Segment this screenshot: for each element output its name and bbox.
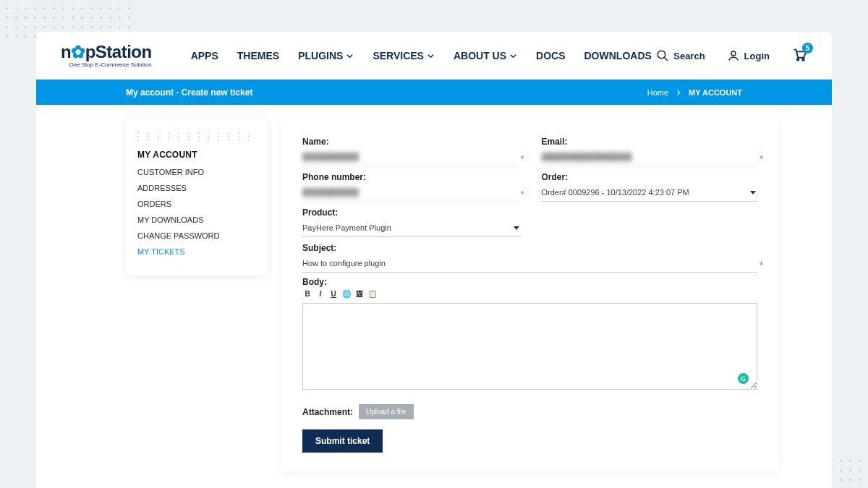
nav-downloads[interactable]: DOWNLOADS	[584, 50, 652, 61]
subject-field-group: Subject: *	[302, 243, 757, 273]
required-icon: *	[521, 154, 524, 164]
image-icon[interactable]: 🖼	[354, 288, 365, 299]
attachment-label: Attachment:	[302, 407, 353, 417]
svg-point-3	[797, 59, 799, 61]
nav-plugins-label: PLUGINS	[298, 50, 343, 61]
main-panel: Name: * Email: * Phone number: * Order	[281, 119, 779, 471]
logo-icon: ✿	[71, 42, 85, 61]
underline-button[interactable]: U	[328, 288, 339, 299]
svg-point-2	[731, 51, 736, 56]
sidebar-item-downloads[interactable]: MY DOWNLOADS	[137, 212, 256, 228]
upload-button[interactable]: Upload a file	[359, 404, 414, 419]
nav-themes[interactable]: THEMES	[237, 50, 279, 61]
sidebar-item-tickets[interactable]: MY TICKETS	[137, 244, 256, 260]
sidebar-decorative-dots	[137, 132, 256, 141]
link-icon[interactable]: 🌐	[341, 288, 352, 299]
logo-tagline: One Stop E-Commerce Solution	[69, 62, 151, 68]
user-icon	[727, 49, 740, 62]
order-label: Order:	[542, 172, 758, 182]
product-select[interactable]: PayHere Payment Plugin	[302, 221, 521, 237]
breadcrumb: Home MY ACCOUNT	[647, 88, 742, 97]
name-input[interactable]	[302, 150, 519, 166]
sidebar-item-customer-info[interactable]: CUSTOMER INFO	[137, 164, 256, 180]
chevron-down-icon	[427, 52, 435, 60]
chevron-down-icon	[509, 52, 517, 60]
main-nav: APPS THEMES PLUGINS SERVICES ABOUT US DO…	[191, 50, 652, 61]
attachment-row: Attachment: Upload a file	[302, 404, 757, 419]
nav-apps[interactable]: APPS	[191, 50, 218, 61]
sidebar: MY ACCOUNT CUSTOMER INFO ADDRESSES ORDER…	[126, 119, 268, 275]
chevron-right-icon	[676, 90, 681, 95]
body-label: Body:	[302, 277, 757, 287]
body-textarea[interactable]	[302, 303, 757, 390]
editor-wrap	[302, 303, 757, 393]
product-field-group: Product: PayHere Payment Plugin	[302, 207, 521, 237]
svg-point-0	[658, 51, 665, 59]
phone-label: Phone number:	[302, 172, 519, 182]
content: MY ACCOUNT CUSTOMER INFO ADDRESSES ORDER…	[36, 105, 832, 486]
login-button[interactable]: Login	[727, 49, 770, 62]
sidebar-item-addresses[interactable]: ADDRESSES	[137, 180, 256, 196]
nav-docs[interactable]: DOCS	[536, 50, 565, 61]
breadcrumb-current: MY ACCOUNT	[689, 88, 742, 97]
subject-input[interactable]	[302, 256, 757, 273]
breadcrumb-bar: My account - Create new ticket Home MY A…	[36, 80, 832, 105]
svg-point-4	[802, 59, 804, 61]
nav-about-label: ABOUT US	[454, 50, 506, 61]
search-label: Search	[673, 51, 705, 61]
header-actions: Search Login 5	[656, 46, 807, 65]
name-field-group: Name: *	[302, 137, 519, 166]
name-label: Name:	[302, 137, 519, 147]
email-label: Email:	[542, 137, 758, 147]
subject-label: Subject:	[302, 243, 757, 253]
sidebar-item-password[interactable]: CHANGE PASSWORD	[137, 228, 256, 244]
nav-services[interactable]: SERVICES	[373, 50, 435, 61]
search-icon	[656, 49, 669, 62]
chevron-down-icon	[346, 52, 354, 60]
svg-line-1	[664, 57, 668, 61]
login-label: Login	[744, 51, 770, 61]
header: n✿pStation One Stop E-Commerce Solution …	[36, 32, 832, 80]
submit-button[interactable]: Submit ticket	[302, 429, 383, 453]
order-select[interactable]: Order# 0009296 - 10/13/2022 4:23:07 PM	[542, 185, 758, 202]
logo-text-left: n	[61, 42, 71, 61]
italic-button[interactable]: I	[315, 288, 326, 299]
required-icon: *	[760, 154, 763, 164]
page-container: n✿pStation One Stop E-Commerce Solution …	[36, 32, 832, 488]
editor-toolbar: B I U 🌐 🖼 📋	[302, 288, 757, 299]
grammarly-icon[interactable]	[738, 373, 749, 384]
sidebar-item-orders[interactable]: ORDERS	[137, 196, 256, 212]
nav-plugins[interactable]: PLUGINS	[298, 50, 354, 61]
nav-services-label: SERVICES	[373, 50, 424, 61]
required-icon: *	[521, 189, 524, 200]
search-button[interactable]: Search	[656, 49, 705, 62]
required-icon: *	[760, 260, 763, 270]
nav-about[interactable]: ABOUT US	[454, 50, 517, 61]
cart-badge: 5	[802, 43, 813, 53]
logo[interactable]: n✿pStation One Stop E-Commerce Solution	[61, 43, 152, 68]
logo-text-right: pStation	[85, 42, 152, 61]
order-field-group: Order: Order# 0009296 - 10/13/2022 4:23:…	[542, 172, 758, 202]
sidebar-title: MY ACCOUNT	[137, 150, 256, 160]
cart-button[interactable]: 5	[791, 46, 807, 65]
email-field-group: Email: *	[542, 137, 758, 166]
product-label: Product:	[302, 207, 521, 218]
page-title: My account - Create new ticket	[126, 87, 252, 98]
list-icon[interactable]: 📋	[367, 288, 378, 299]
breadcrumb-home[interactable]: Home	[647, 88, 668, 97]
phone-input[interactable]	[302, 185, 519, 202]
email-input[interactable]	[542, 150, 758, 166]
phone-field-group: Phone number: *	[302, 172, 519, 202]
bold-button[interactable]: B	[302, 288, 312, 299]
